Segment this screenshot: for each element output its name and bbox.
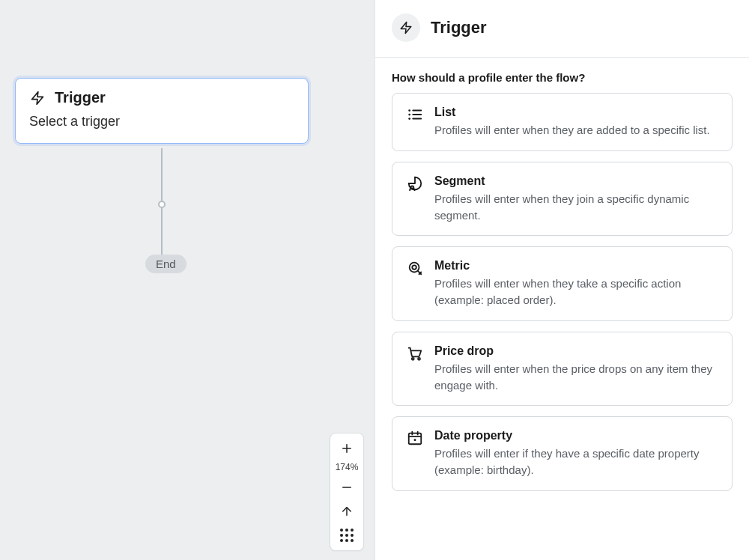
arrow-up-icon [340, 505, 354, 518]
connector-add-node-dot[interactable] [158, 201, 166, 208]
trigger-node[interactable]: Trigger Select a trigger [15, 78, 309, 144]
end-node: End [145, 255, 187, 273]
segment-icon [406, 174, 424, 224]
grid-icon [340, 529, 354, 542]
option-description: Profiles will enter when they take a spe… [434, 276, 718, 308]
bolt-icon [29, 90, 46, 106]
option-description: Profiles will enter when the price drops… [434, 361, 718, 394]
zoom-level-label: 174% [336, 460, 359, 475]
trigger-option-segment[interactable]: Segment Profiles will enter when they jo… [392, 162, 733, 237]
svg-point-10 [408, 114, 410, 116]
panel-header: Trigger [375, 0, 749, 58]
option-title: List [434, 106, 718, 119]
svg-point-21 [414, 439, 416, 442]
minus-icon [340, 481, 354, 494]
svg-point-14 [412, 266, 416, 270]
zoom-out-button[interactable] [330, 475, 363, 499]
svg-point-11 [408, 118, 410, 120]
svg-rect-17 [409, 433, 422, 445]
plus-icon [340, 442, 354, 455]
panel-title: Trigger [431, 18, 487, 37]
svg-marker-5 [401, 22, 411, 34]
trigger-config-panel: Trigger How should a profile enter the f… [374, 0, 749, 560]
flow-canvas[interactable]: Trigger Select a trigger End 174% [0, 0, 374, 560]
svg-point-15 [412, 358, 414, 360]
option-title: Segment [434, 174, 718, 188]
fit-to-screen-button[interactable] [330, 499, 363, 523]
option-title: Date property [434, 429, 718, 442]
metric-icon [406, 259, 424, 308]
trigger-option-date-property[interactable]: Date property Profiles will enter if the… [392, 416, 733, 491]
trigger-node-title: Trigger [55, 89, 106, 106]
cart-icon [406, 344, 424, 394]
option-description: Profiles will enter when they are added … [434, 122, 718, 139]
bolt-icon [392, 13, 420, 42]
trigger-option-list[interactable]: List Profiles will enter when they are a… [392, 93, 733, 151]
trigger-node-subtitle: Select a trigger [29, 114, 294, 130]
canvas-overview-button[interactable] [330, 523, 363, 547]
zoom-controls: 174% [330, 433, 364, 551]
calendar-icon [406, 429, 424, 478]
option-description: Profiles will enter when they join a spe… [434, 191, 718, 224]
list-icon [406, 106, 424, 139]
svg-point-9 [408, 109, 410, 112]
trigger-option-metric[interactable]: Metric Profiles will enter when they tak… [392, 246, 733, 321]
svg-point-16 [418, 358, 420, 360]
option-description: Profiles will enter if they have a speci… [434, 445, 718, 478]
zoom-in-button[interactable] [330, 436, 363, 460]
option-title: Price drop [434, 344, 718, 358]
trigger-option-price-drop[interactable]: Price drop Profiles will enter when the … [392, 332, 733, 407]
option-title: Metric [434, 259, 718, 273]
panel-question: How should a profile enter the flow? [392, 71, 733, 84]
svg-marker-0 [32, 91, 43, 104]
